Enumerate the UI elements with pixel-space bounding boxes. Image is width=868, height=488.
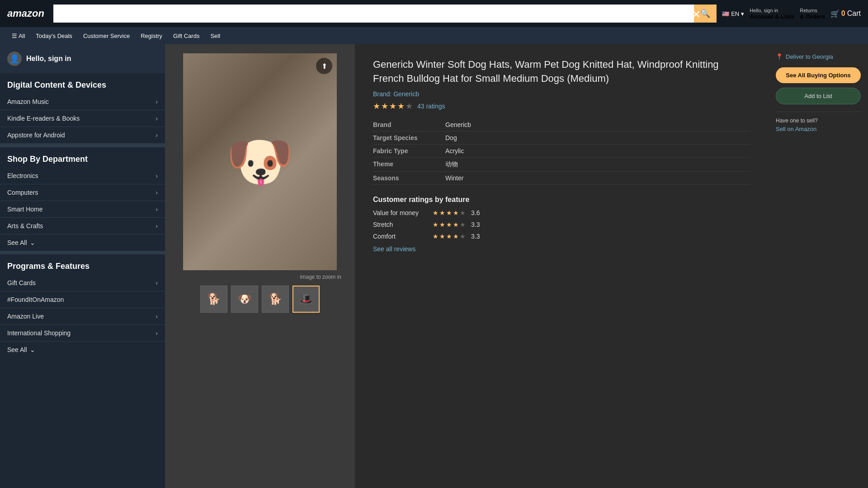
- fstar-3: ★: [446, 233, 452, 240]
- fstar-3: ★: [446, 209, 452, 216]
- feature-score: 3.3: [471, 221, 480, 228]
- attr-value: Acrylic: [445, 147, 464, 155]
- search-input[interactable]: [53, 5, 694, 23]
- sidebar-item-gift-cards[interactable]: Gift Cards ›: [0, 275, 165, 291]
- attribute-fabric-type: Fabric Type Acrylic: [373, 145, 750, 158]
- zoom-hint: image to zoom in: [300, 274, 341, 280]
- attr-label: Theme: [373, 160, 445, 169]
- have-one-to-sell-label: Have one to sell?: [776, 117, 861, 124]
- sidebar-sign-in[interactable]: Hello, sign in: [26, 55, 71, 63]
- feature-label: Stretch: [373, 221, 427, 228]
- fstar-4: ★: [453, 221, 459, 228]
- star-rating: ★ ★ ★ ★ ★: [373, 101, 413, 111]
- language-selector[interactable]: 🇺🇸 EN ▾: [722, 10, 744, 17]
- deliver-to-label: Deliver to Georgia: [786, 53, 833, 60]
- thumbnail-1[interactable]: 🐕: [200, 286, 227, 313]
- sidebar-item-label: Arts & Crafts: [7, 222, 43, 230]
- orders-label: & Orders: [800, 13, 825, 20]
- feature-label: Comfort: [373, 233, 427, 240]
- sidebar-item-arts-crafts[interactable]: Arts & Crafts ›: [0, 218, 165, 235]
- cart-nav[interactable]: 🛒 0 Cart: [830, 9, 861, 18]
- account-nav[interactable]: Hello, sign in Account & Lists: [750, 8, 794, 20]
- thumbnail-3[interactable]: 🐕: [262, 286, 289, 313]
- sidebar-item-smart-home[interactable]: Smart Home ›: [0, 201, 165, 218]
- attr-value: Genericb: [445, 121, 471, 128]
- dog-hat-image: 🐶: [183, 53, 337, 270]
- sidebar-item-label: Appstore for Android: [7, 131, 65, 139]
- attr-label: Seasons: [373, 174, 445, 182]
- fstar-1: ★: [433, 221, 439, 228]
- feature-score: 3.6: [471, 209, 480, 216]
- nav-gift-cards[interactable]: Gift Cards: [169, 30, 204, 42]
- sidebar-item-amazon-live[interactable]: Amazon Live ›: [0, 308, 165, 325]
- sidebar-item-appstore[interactable]: Appstore for Android ›: [0, 127, 165, 144]
- attribute-theme: Theme 动物: [373, 158, 750, 172]
- add-to-list-button[interactable]: Add to List: [776, 88, 861, 104]
- attribute-brand: Brand Genericb: [373, 118, 750, 131]
- chevron-right-icon: ›: [156, 279, 158, 286]
- sidebar-item-label: Gift Cards: [7, 279, 36, 286]
- sell-on-amazon-link[interactable]: Sell on Amazon: [776, 126, 861, 132]
- feature-label: Value for money: [373, 209, 427, 216]
- fstar-4: ★: [453, 233, 459, 240]
- thumbnail-4[interactable]: 🎩: [292, 286, 320, 313]
- chevron-down-icon: ⌄: [30, 239, 35, 246]
- fstar-2: ★: [439, 209, 445, 216]
- sidebar-item-electronics[interactable]: Electronics ›: [0, 168, 165, 184]
- chevron-right-icon: ›: [156, 172, 158, 179]
- product-info: Genericb Winter Soft Dog Hats, Warm Pet …: [355, 44, 769, 488]
- cart-label: Cart: [847, 9, 861, 18]
- ratings-row: ★ ★ ★ ★ ★ 43 ratings: [373, 101, 750, 111]
- chevron-right-icon: ›: [156, 206, 158, 213]
- chevron-right-icon: ›: [156, 98, 158, 105]
- returns-nav[interactable]: Returns & Orders: [800, 8, 825, 20]
- chevron-down-icon: ⌄: [30, 346, 35, 353]
- sidebar-item-kindle[interactable]: Kindle E-readers & Books ›: [0, 110, 165, 127]
- sidebar-item-amazon-music[interactable]: Amazon Music ›: [0, 94, 165, 110]
- amazon-logo: amazon: [7, 8, 44, 19]
- nav-customer-service[interactable]: Customer Service: [79, 30, 134, 42]
- sidebar-item-label: International Shopping: [7, 329, 71, 337]
- deliver-to[interactable]: 📍 Deliver to Georgia: [776, 53, 861, 60]
- chevron-right-icon: ›: [156, 329, 158, 337]
- avatar: 👤: [7, 52, 22, 66]
- see-all-buying-options-button[interactable]: See All Buying Options: [776, 67, 861, 83]
- chevron-right-icon: ›: [156, 115, 158, 122]
- star-5: ★: [406, 101, 413, 111]
- nav-registry[interactable]: Registry: [136, 30, 167, 42]
- feature-stretch: Stretch ★ ★ ★ ★ ★ 3.3: [373, 221, 750, 228]
- section-title-department: Shop By Department: [0, 147, 165, 168]
- thumbnail-2[interactable]: 🐶: [231, 286, 258, 313]
- sidebar-item-found-it[interactable]: #FoundItOnAmazon: [0, 291, 165, 308]
- divider: [0, 251, 165, 254]
- rating-count[interactable]: 43 ratings: [417, 103, 445, 110]
- share-icon: ⬆: [321, 62, 327, 70]
- sidebar-item-label: Electronics: [7, 172, 38, 179]
- search-bar: 🔍: [53, 5, 717, 23]
- see-all-programs[interactable]: See All ⌄: [0, 342, 165, 358]
- fstar-4: ★: [453, 209, 459, 216]
- chevron-down-icon: ▾: [741, 10, 744, 17]
- sidebar-header: 👤 Hello, sign in: [0, 44, 165, 73]
- sidebar-item-computers[interactable]: Computers ›: [0, 184, 165, 201]
- sidebar-item-international-shopping[interactable]: International Shopping ›: [0, 325, 165, 342]
- product-main-image: 🐶 ⬆: [183, 53, 337, 270]
- see-all-reviews-link[interactable]: See all reviews: [373, 245, 750, 253]
- flag-icon: 🇺🇸: [722, 10, 729, 17]
- location-icon: 📍: [776, 53, 783, 60]
- feature-stars: ★ ★ ★ ★ ★: [433, 209, 466, 216]
- nav-sell[interactable]: Sell: [206, 30, 225, 42]
- right-panel: 📍 Deliver to Georgia See All Buying Opti…: [769, 44, 868, 488]
- feature-value-for-money: Value for money ★ ★ ★ ★ ★ 3.6: [373, 209, 750, 216]
- share-button[interactable]: ⬆: [316, 58, 332, 74]
- account-label: Account & Lists: [750, 13, 794, 20]
- fstar-1: ★: [433, 209, 439, 216]
- sidebar-menu: 👤 Hello, sign in Digital Content & Devic…: [0, 44, 165, 488]
- fstar-1: ★: [433, 233, 439, 240]
- chevron-right-icon: ›: [156, 313, 158, 320]
- nav-todays-deals[interactable]: Today's Deals: [31, 30, 77, 42]
- nav-all[interactable]: ☰ All: [7, 30, 29, 42]
- brand-link[interactable]: Brand: Genericb: [373, 90, 750, 98]
- see-all-department[interactable]: See All ⌄: [0, 235, 165, 251]
- sidebar-close-button[interactable]: ✕: [692, 8, 701, 21]
